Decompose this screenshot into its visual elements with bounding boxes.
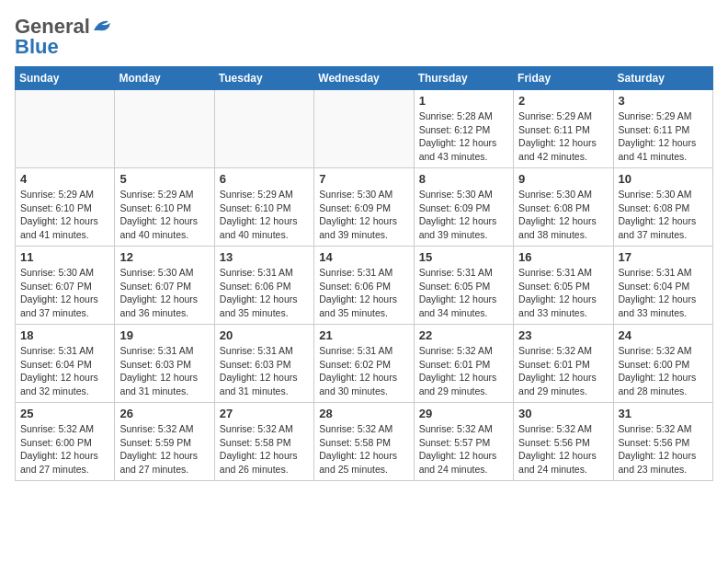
day-info: Sunrise: 5:29 AMSunset: 6:11 PMDaylight:… xyxy=(619,109,708,164)
calendar-cell: 3Sunrise: 5:29 AMSunset: 6:11 PMDaylight… xyxy=(613,90,712,168)
day-number: 9 xyxy=(518,172,608,186)
day-header-tuesday: Tuesday xyxy=(214,67,313,90)
day-number: 20 xyxy=(220,328,309,342)
calendar-cell: 28Sunrise: 5:32 AMSunset: 5:58 PMDayligh… xyxy=(314,403,414,481)
day-number: 26 xyxy=(119,407,209,420)
day-info: Sunrise: 5:29 AMSunset: 6:10 PMDaylight:… xyxy=(119,188,209,242)
day-number: 29 xyxy=(419,407,508,420)
day-number: 30 xyxy=(518,407,608,420)
calendar-cell: 14Sunrise: 5:31 AMSunset: 6:06 PMDayligh… xyxy=(314,247,414,325)
calendar-cell: 11Sunrise: 5:30 AMSunset: 6:07 PMDayligh… xyxy=(16,247,115,325)
day-number: 23 xyxy=(518,328,608,342)
day-number: 11 xyxy=(20,250,109,264)
calendar-cell: 12Sunrise: 5:30 AMSunset: 6:07 PMDayligh… xyxy=(115,247,214,325)
calendar-cell xyxy=(115,90,214,168)
day-info: Sunrise: 5:32 AMSunset: 6:00 PMDaylight:… xyxy=(20,422,109,477)
day-info: Sunrise: 5:29 AMSunset: 6:10 PMDaylight:… xyxy=(220,188,309,242)
calendar-cell: 30Sunrise: 5:32 AMSunset: 5:56 PMDayligh… xyxy=(514,403,613,481)
calendar-cell: 7Sunrise: 5:30 AMSunset: 6:09 PMDaylight… xyxy=(314,168,414,247)
calendar-cell: 8Sunrise: 5:30 AMSunset: 6:09 PMDaylight… xyxy=(414,168,513,247)
day-header-friday: Friday xyxy=(514,67,613,90)
week-row-4: 18Sunrise: 5:31 AMSunset: 6:04 PMDayligh… xyxy=(16,325,713,403)
day-header-monday: Monday xyxy=(115,67,214,90)
day-info: Sunrise: 5:31 AMSunset: 6:06 PMDaylight:… xyxy=(319,266,408,320)
day-number: 14 xyxy=(319,250,408,264)
calendar-cell: 17Sunrise: 5:31 AMSunset: 6:04 PMDayligh… xyxy=(613,247,712,325)
day-number: 3 xyxy=(619,94,708,108)
calendar-cell: 21Sunrise: 5:31 AMSunset: 6:02 PMDayligh… xyxy=(314,325,414,403)
day-number: 1 xyxy=(419,94,508,108)
day-number: 17 xyxy=(619,250,708,264)
day-info: Sunrise: 5:30 AMSunset: 6:07 PMDaylight:… xyxy=(119,266,209,320)
day-info: Sunrise: 5:31 AMSunset: 6:05 PMDaylight:… xyxy=(419,266,508,320)
day-number: 6 xyxy=(220,172,309,186)
day-number: 8 xyxy=(419,172,508,186)
day-info: Sunrise: 5:31 AMSunset: 6:03 PMDaylight:… xyxy=(220,344,309,398)
page-header: General Blue xyxy=(15,15,713,59)
calendar-cell: 20Sunrise: 5:31 AMSunset: 6:03 PMDayligh… xyxy=(214,325,313,403)
week-row-3: 11Sunrise: 5:30 AMSunset: 6:07 PMDayligh… xyxy=(16,247,713,325)
day-number: 18 xyxy=(20,328,109,342)
logo: General Blue xyxy=(15,15,112,59)
week-row-2: 4Sunrise: 5:29 AMSunset: 6:10 PMDaylight… xyxy=(16,168,713,247)
calendar-cell: 10Sunrise: 5:30 AMSunset: 6:08 PMDayligh… xyxy=(613,168,712,247)
day-header-sunday: Sunday xyxy=(16,67,115,90)
calendar-cell: 2Sunrise: 5:29 AMSunset: 6:11 PMDaylight… xyxy=(514,90,613,168)
day-number: 21 xyxy=(319,328,408,342)
day-info: Sunrise: 5:30 AMSunset: 6:07 PMDaylight:… xyxy=(20,266,109,320)
calendar-cell: 9Sunrise: 5:30 AMSunset: 6:08 PMDaylight… xyxy=(514,168,613,247)
calendar-cell: 4Sunrise: 5:29 AMSunset: 6:10 PMDaylight… xyxy=(16,168,115,247)
calendar-cell: 6Sunrise: 5:29 AMSunset: 6:10 PMDaylight… xyxy=(214,168,313,247)
day-info: Sunrise: 5:32 AMSunset: 5:57 PMDaylight:… xyxy=(419,422,508,477)
day-header-wednesday: Wednesday xyxy=(314,67,414,90)
calendar-table: SundayMondayTuesdayWednesdayThursdayFrid… xyxy=(15,66,713,481)
week-row-5: 25Sunrise: 5:32 AMSunset: 6:00 PMDayligh… xyxy=(16,403,713,481)
day-number: 25 xyxy=(20,407,109,420)
day-number: 31 xyxy=(619,407,708,420)
day-info: Sunrise: 5:32 AMSunset: 6:01 PMDaylight:… xyxy=(518,344,608,398)
calendar-cell: 23Sunrise: 5:32 AMSunset: 6:01 PMDayligh… xyxy=(514,325,613,403)
day-number: 5 xyxy=(119,172,209,186)
calendar-cell: 13Sunrise: 5:31 AMSunset: 6:06 PMDayligh… xyxy=(214,247,313,325)
day-info: Sunrise: 5:31 AMSunset: 6:06 PMDaylight:… xyxy=(220,266,309,320)
calendar-cell: 25Sunrise: 5:32 AMSunset: 6:00 PMDayligh… xyxy=(16,403,115,481)
calendar-cell: 22Sunrise: 5:32 AMSunset: 6:01 PMDayligh… xyxy=(414,325,513,403)
day-header-thursday: Thursday xyxy=(414,67,513,90)
calendar-cell: 15Sunrise: 5:31 AMSunset: 6:05 PMDayligh… xyxy=(414,247,513,325)
calendar-cell: 26Sunrise: 5:32 AMSunset: 5:59 PMDayligh… xyxy=(115,403,214,481)
day-number: 2 xyxy=(518,94,608,108)
day-info: Sunrise: 5:32 AMSunset: 5:56 PMDaylight:… xyxy=(619,422,708,477)
day-info: Sunrise: 5:32 AMSunset: 5:58 PMDaylight:… xyxy=(319,422,408,477)
day-header-saturday: Saturday xyxy=(613,67,712,90)
day-info: Sunrise: 5:30 AMSunset: 6:09 PMDaylight:… xyxy=(419,188,508,242)
day-info: Sunrise: 5:31 AMSunset: 6:02 PMDaylight:… xyxy=(319,344,408,398)
day-number: 12 xyxy=(119,250,209,264)
day-number: 16 xyxy=(518,250,608,264)
day-number: 28 xyxy=(319,407,408,420)
day-info: Sunrise: 5:31 AMSunset: 6:04 PMDaylight:… xyxy=(20,344,109,398)
day-info: Sunrise: 5:30 AMSunset: 6:08 PMDaylight:… xyxy=(619,188,708,242)
day-number: 22 xyxy=(419,328,508,342)
day-number: 15 xyxy=(419,250,508,264)
day-number: 27 xyxy=(220,407,309,420)
calendar-cell: 1Sunrise: 5:28 AMSunset: 6:12 PMDaylight… xyxy=(414,90,513,168)
day-number: 10 xyxy=(619,172,708,186)
day-info: Sunrise: 5:30 AMSunset: 6:08 PMDaylight:… xyxy=(518,188,608,242)
calendar-cell xyxy=(16,90,115,168)
calendar-cell: 19Sunrise: 5:31 AMSunset: 6:03 PMDayligh… xyxy=(115,325,214,403)
day-info: Sunrise: 5:28 AMSunset: 6:12 PMDaylight:… xyxy=(419,109,508,164)
day-info: Sunrise: 5:32 AMSunset: 5:59 PMDaylight:… xyxy=(119,422,209,477)
day-info: Sunrise: 5:29 AMSunset: 6:10 PMDaylight:… xyxy=(20,188,109,242)
calendar-cell xyxy=(314,90,414,168)
day-info: Sunrise: 5:32 AMSunset: 5:56 PMDaylight:… xyxy=(518,422,608,477)
calendar-cell xyxy=(214,90,313,168)
day-info: Sunrise: 5:31 AMSunset: 6:05 PMDaylight:… xyxy=(518,266,608,320)
logo-blue: Blue xyxy=(15,35,59,59)
calendar-header-row: SundayMondayTuesdayWednesdayThursdayFrid… xyxy=(16,67,713,90)
calendar-cell: 27Sunrise: 5:32 AMSunset: 5:58 PMDayligh… xyxy=(214,403,313,481)
week-row-1: 1Sunrise: 5:28 AMSunset: 6:12 PMDaylight… xyxy=(16,90,713,168)
day-number: 13 xyxy=(220,250,309,264)
calendar-cell: 31Sunrise: 5:32 AMSunset: 5:56 PMDayligh… xyxy=(613,403,712,481)
day-info: Sunrise: 5:32 AMSunset: 6:00 PMDaylight:… xyxy=(619,344,708,398)
logo-bird-icon xyxy=(92,17,112,34)
